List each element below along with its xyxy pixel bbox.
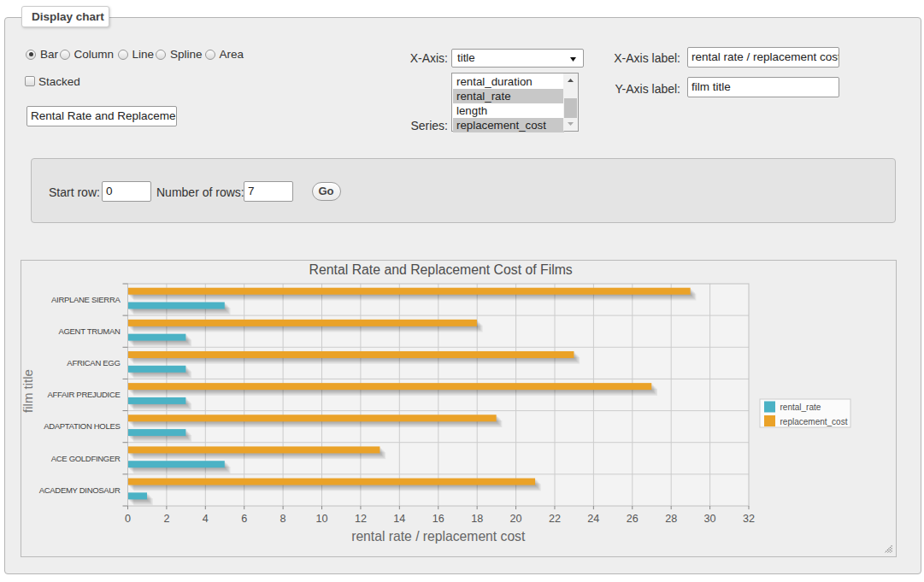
svg-text:rental_rate: rental_rate [780,403,821,412]
svg-text:ACADEMY DINOSAUR: ACADEMY DINOSAUR [39,485,121,495]
svg-text:18: 18 [471,513,483,525]
svg-text:0: 0 [125,513,131,525]
svg-text:6: 6 [241,513,247,525]
svg-text:Rental Rate and Replacement Co: Rental Rate and Replacement Cost of Film… [309,262,573,277]
svg-text:AFRICAN EGG: AFRICAN EGG [67,358,120,367]
svg-text:32: 32 [743,513,755,525]
svg-text:ADAPTATION HOLES: ADAPTATION HOLES [44,421,120,431]
svg-text:28: 28 [665,513,677,525]
svg-text:ACE GOLDFINGER: ACE GOLDFINGER [51,454,121,463]
svg-text:26: 26 [627,513,639,525]
svg-text:14: 14 [393,513,405,525]
svg-text:30: 30 [704,513,716,525]
svg-text:AFFAIR PREJUDICE: AFFAIR PREJUDICE [48,390,121,399]
svg-text:rental rate / replacement cost: rental rate / replacement cost [351,529,526,544]
svg-text:replacement_cost: replacement_cost [780,417,848,426]
svg-text:8: 8 [280,513,286,525]
svg-text:10: 10 [316,513,328,525]
svg-text:AIRPLANE SIERRA: AIRPLANE SIERRA [51,295,121,304]
svg-text:film title: film title [21,369,35,413]
svg-text:16: 16 [433,513,444,525]
svg-text:AGENT TRUMAN: AGENT TRUMAN [58,326,120,336]
svg-text:2: 2 [163,513,169,525]
svg-text:20: 20 [510,513,522,525]
svg-text:12: 12 [355,513,367,525]
svg-text:22: 22 [549,513,561,525]
svg-text:24: 24 [587,513,599,525]
svg-text:4: 4 [203,513,209,525]
